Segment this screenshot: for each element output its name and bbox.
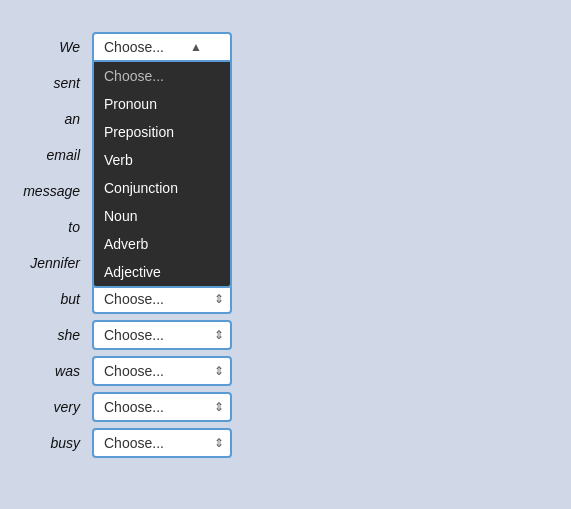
select-very[interactable]: Choose...PronounPrepositionVerbConjuncti…: [92, 392, 232, 422]
select-but[interactable]: Choose...PronounPrepositionVerbConjuncti…: [92, 284, 232, 314]
select-was[interactable]: Choose...PronounPrepositionVerbConjuncti…: [92, 356, 232, 386]
word-label-to: to: [20, 219, 92, 235]
select-wrapper-busy: Choose...PronounPrepositionVerbConjuncti…: [92, 428, 232, 458]
menu-item-noun[interactable]: Noun: [94, 202, 230, 230]
menu-item-preposition[interactable]: Preposition: [94, 118, 230, 146]
word-label-busy: busy: [20, 435, 92, 451]
word-label-but: but: [20, 291, 92, 307]
word-label-email: email: [20, 147, 92, 163]
word-row: butChoose...PronounPrepositionVerbConjun…: [20, 284, 551, 314]
word-label-very: very: [20, 399, 92, 415]
word-row: WeChoose...▲Choose...PronounPrepositionV…: [20, 32, 551, 62]
select-wrapper-was: Choose...PronounPrepositionVerbConjuncti…: [92, 356, 232, 386]
dropdown-menu-we: Choose...PronounPrepositionVerbConjuncti…: [92, 62, 232, 288]
menu-item-adverb[interactable]: Adverb: [94, 230, 230, 258]
chevron-up-icon: ▲: [190, 40, 202, 54]
menu-item-pronoun[interactable]: Pronoun: [94, 90, 230, 118]
dropdown-current-value: Choose...: [104, 39, 164, 55]
word-label-an: an: [20, 111, 92, 127]
word-label-message: message: [20, 183, 92, 199]
word-row: wasChoose...PronounPrepositionVerbConjun…: [20, 356, 551, 386]
word-label-we: We: [20, 39, 92, 55]
word-label-jennifer: Jennifer: [20, 255, 92, 271]
word-row: busyChoose...PronounPrepositionVerbConju…: [20, 428, 551, 458]
word-label-was: was: [20, 363, 92, 379]
select-wrapper-very: Choose...PronounPrepositionVerbConjuncti…: [92, 392, 232, 422]
dropdown-open-we[interactable]: Choose...▲Choose...PronounPrepositionVer…: [92, 32, 232, 62]
word-label-sent: sent: [20, 75, 92, 91]
menu-item-choose...[interactable]: Choose...: [94, 62, 230, 90]
menu-item-adjective[interactable]: Adjective: [94, 258, 230, 286]
select-she[interactable]: Choose...PronounPrepositionVerbConjuncti…: [92, 320, 232, 350]
word-label-she: she: [20, 327, 92, 343]
menu-item-verb[interactable]: Verb: [94, 146, 230, 174]
select-wrapper-but: Choose...PronounPrepositionVerbConjuncti…: [92, 284, 232, 314]
word-row: veryChoose...PronounPrepositionVerbConju…: [20, 392, 551, 422]
dropdown-trigger-we[interactable]: Choose...▲: [92, 32, 232, 62]
select-busy[interactable]: Choose...PronounPrepositionVerbConjuncti…: [92, 428, 232, 458]
menu-item-conjunction[interactable]: Conjunction: [94, 174, 230, 202]
word-row: sheChoose...PronounPrepositionVerbConjun…: [20, 320, 551, 350]
select-wrapper-she: Choose...PronounPrepositionVerbConjuncti…: [92, 320, 232, 350]
